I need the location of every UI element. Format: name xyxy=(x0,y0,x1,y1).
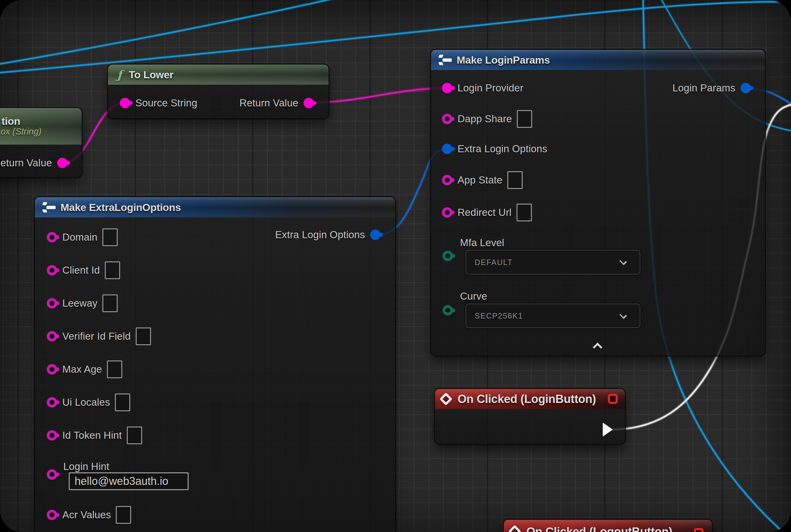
to-lower-input-row: Source String xyxy=(120,92,197,114)
login-hint-value: hello@web3auth.io xyxy=(75,475,168,488)
params-input-row: Login Provider xyxy=(442,77,524,99)
on-clicked-login-title: On Clicked (LoginButton) xyxy=(458,393,596,406)
make-struct-icon xyxy=(42,200,56,214)
node-getter-title: tion xyxy=(2,116,20,127)
input-pin[interactable] xyxy=(442,144,452,154)
input-pin[interactable] xyxy=(442,207,452,218)
node-make-extra-login-options[interactable]: Make ExtraLoginOptions Extra Login Optio… xyxy=(35,197,395,532)
node-make-login-params[interactable]: Make LoginParams Login Params Login Prov… xyxy=(431,50,765,356)
input-label: Acr Values xyxy=(62,509,111,521)
login-params-output-label: Login Params xyxy=(672,82,735,94)
event-debug-badge-2[interactable] xyxy=(694,528,703,532)
make-login-params-header[interactable]: Make LoginParams xyxy=(431,50,765,70)
params-input-row: Redirect Url xyxy=(442,202,532,224)
make-extra-login-options-header[interactable]: Make ExtraLoginOptions xyxy=(35,197,395,217)
login-params-output-row: Login Params xyxy=(672,77,751,99)
return-value-pin[interactable] xyxy=(304,98,314,108)
input-label: App State xyxy=(458,174,502,186)
exec-output-pin[interactable] xyxy=(603,422,613,437)
input-pin[interactable] xyxy=(442,114,452,124)
login-hint-input[interactable]: hello@web3auth.io xyxy=(69,472,189,490)
input-label: Domain xyxy=(62,231,97,243)
node-on-clicked-logout-button[interactable]: On Clicked (LogoutButton) xyxy=(504,520,712,532)
extra-login-options-output-pin[interactable] xyxy=(370,230,381,240)
curve-dropdown[interactable]: SECP256K1 xyxy=(465,304,640,328)
to-lower-output-row: Return Value xyxy=(239,92,314,114)
mfa-level-label: Mfa Level xyxy=(460,237,504,249)
node-getter-header[interactable]: tion ox (String) xyxy=(0,108,82,145)
event-diamond-icon xyxy=(440,393,452,405)
input-label: Verifier Id Field xyxy=(62,330,131,342)
input-pin[interactable] xyxy=(47,331,57,342)
source-string-label: Source String xyxy=(135,97,197,109)
input-pin[interactable] xyxy=(47,364,57,375)
input-pin[interactable] xyxy=(47,430,57,441)
input-label: Login Provider xyxy=(458,82,524,94)
empty-text-box[interactable] xyxy=(517,204,532,221)
extra-login-options-output-row: Extra Login Options xyxy=(275,224,381,246)
empty-text-box[interactable] xyxy=(136,327,151,345)
make-struct-icon-2 xyxy=(438,53,452,67)
mfa-level-pin-row xyxy=(443,245,453,267)
input-label: Redirect Url xyxy=(458,207,512,218)
node-getter-subtitle: ox (String) xyxy=(1,127,42,137)
collapse-caret-icon[interactable] xyxy=(593,342,602,352)
on-clicked-logout-header[interactable]: On Clicked (LogoutButton) xyxy=(504,520,712,532)
input-label: Ui Locales xyxy=(62,397,110,408)
input-pin[interactable] xyxy=(442,83,452,93)
mfa-level-pin[interactable] xyxy=(443,251,453,261)
input-pin[interactable] xyxy=(47,510,57,520)
empty-text-box[interactable] xyxy=(102,294,118,312)
node-getter-partial[interactable]: tion ox (String) eturn Value xyxy=(0,108,82,177)
on-clicked-login-header[interactable]: On Clicked (LoginButton) xyxy=(435,389,625,409)
params-input-row: App State xyxy=(442,169,523,191)
input-label: Id Token Hint xyxy=(62,430,122,441)
params-input-row: Extra Login Options xyxy=(442,138,547,160)
input-pin[interactable] xyxy=(442,175,452,185)
empty-text-box[interactable] xyxy=(105,261,120,279)
source-string-pin[interactable] xyxy=(120,98,130,108)
empty-text-box[interactable] xyxy=(507,171,523,189)
extra-input-row: Max Age xyxy=(47,358,122,380)
return-value-label: Return Value xyxy=(239,97,298,109)
login-params-output-pin[interactable] xyxy=(740,83,751,93)
curve-pin-row xyxy=(443,299,453,321)
function-icon: ƒ xyxy=(117,68,122,82)
empty-text-box[interactable] xyxy=(517,110,532,128)
node-to-lower-header[interactable]: ƒ To Lower xyxy=(108,64,329,85)
make-login-params-title: Make LoginParams xyxy=(457,54,550,66)
extra-input-row: Leeway xyxy=(47,292,118,314)
node-getter-output-label: eturn Value xyxy=(0,157,52,169)
login-hint-label: Login Hint xyxy=(63,461,110,472)
blueprint-graph-canvas[interactable]: tion ox (String) eturn Value ƒ To Lower … xyxy=(0,0,791,532)
curve-pin[interactable] xyxy=(443,305,453,316)
input-pin[interactable] xyxy=(47,397,57,407)
input-pin[interactable] xyxy=(47,265,57,276)
empty-text-box[interactable] xyxy=(116,506,131,524)
extra-input-row: Id Token Hint xyxy=(47,424,142,446)
node-to-lower[interactable]: ƒ To Lower Source String Return Value xyxy=(108,64,329,118)
input-pin[interactable] xyxy=(47,232,57,243)
empty-text-box[interactable] xyxy=(127,426,142,444)
empty-text-box[interactable] xyxy=(102,228,118,246)
on-clicked-logout-title: On Clicked (LogoutButton) xyxy=(526,525,672,532)
event-diamond-icon-2 xyxy=(508,525,521,532)
login-hint-row xyxy=(47,463,57,486)
input-label: Leeway xyxy=(62,298,97,309)
node-getter-output-pin[interactable] xyxy=(57,158,67,168)
empty-text-box[interactable] xyxy=(107,360,122,378)
input-pin[interactable] xyxy=(47,298,57,308)
make-extra-login-options-title: Make ExtraLoginOptions xyxy=(60,202,181,213)
mfa-level-dropdown[interactable]: DEFAULT xyxy=(465,250,640,274)
login-hint-pin[interactable] xyxy=(47,469,57,480)
input-label: Max Age xyxy=(62,363,102,375)
extra-input-row: Acr Values xyxy=(47,504,131,526)
empty-text-box[interactable] xyxy=(115,394,130,411)
curve-label: Curve xyxy=(460,290,487,302)
node-on-clicked-login-button[interactable]: On Clicked (LoginButton) xyxy=(435,389,625,444)
curve-value: SECP256K1 xyxy=(475,311,523,320)
event-debug-badge[interactable] xyxy=(608,394,618,404)
extra-input-row: Client Id xyxy=(47,259,120,281)
curve-chevron-icon xyxy=(619,311,627,319)
extra-input-row: Verifier Id Field xyxy=(47,325,151,347)
